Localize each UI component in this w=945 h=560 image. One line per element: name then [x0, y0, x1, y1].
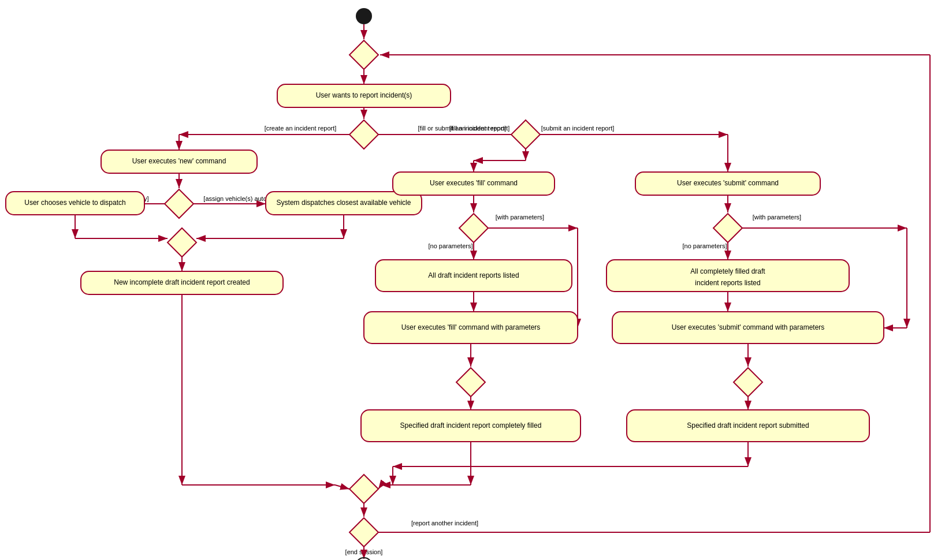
diamond-fill-submit-split — [511, 120, 540, 149]
text-all-completely-filled1: All completely filled draft — [690, 267, 765, 275]
diamond-before-filled — [456, 368, 485, 397]
label-with-params-submit: [with parameters] — [753, 214, 801, 221]
text-executes-new: User executes 'new' command — [132, 157, 226, 165]
label-no-params-submit: [no parameters] — [682, 242, 727, 249]
label-fill: [fill an incident report] — [449, 125, 510, 132]
arrow-left-bottommerge — [335, 485, 349, 489]
label-report-another: [report another incident] — [411, 520, 478, 527]
line-filled-merge2 — [378, 485, 381, 489]
text-submit-with-params: User executes 'submit' command with para… — [672, 323, 825, 331]
diamond-submit-params — [713, 214, 742, 242]
diamond-before-submitted — [734, 368, 762, 397]
text-specified-submitted: Specified draft incident report submitte… — [687, 421, 809, 430]
diamond-assign — [165, 189, 194, 218]
diamond-bottom-merge — [349, 475, 378, 503]
text-system-dispatches: System dispatches closest available vehi… — [277, 199, 411, 207]
label-no-params-fill: [no parameters] — [428, 242, 472, 249]
diamond-top — [349, 40, 378, 69]
text-all-completely-filled2: incident reports listed — [695, 279, 760, 287]
label-create: [create an incident report] — [265, 125, 337, 132]
diamond-loop-end — [349, 518, 378, 547]
diamond-fill-params — [459, 214, 488, 242]
text-new-incomplete: New incomplete draft incident report cre… — [114, 278, 250, 286]
label-with-params-fill: [with parameters] — [496, 214, 544, 221]
diamond-action-split — [349, 120, 378, 149]
text-executes-fill: User executes 'fill' command — [430, 179, 518, 187]
text-chooses-vehicle: User chooses vehicle to dispatch — [24, 199, 125, 207]
start-node — [356, 8, 372, 24]
text-specified-filled: Specified draft incident report complete… — [400, 421, 542, 430]
label-submit: [submit an incident report] — [541, 125, 615, 132]
text-user-wants: User wants to report incident(s) — [316, 91, 412, 99]
text-all-draft-listed: All draft incident reports listed — [428, 271, 519, 279]
diamond-vehicle-merge — [168, 228, 196, 257]
text-executes-submit: User executes 'submit' command — [677, 179, 779, 187]
text-fill-with-params: User executes 'fill' command with parame… — [401, 323, 541, 331]
